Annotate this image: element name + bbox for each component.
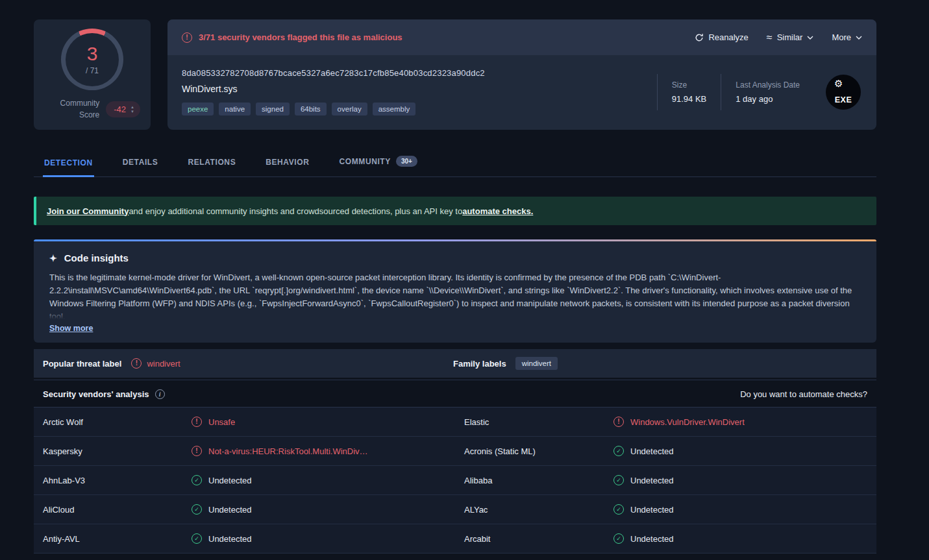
file-identity: 8da085332782708d8767bcace5327a6ec7283c17… bbox=[182, 68, 657, 116]
more-button[interactable]: More bbox=[832, 32, 862, 42]
status-icon bbox=[613, 417, 624, 427]
malicious-alert-banner: 3/71 security vendors flagged this file … bbox=[167, 19, 876, 55]
file-hash[interactable]: 8da085332782708d8767bcace5327a6ec7283c17… bbox=[182, 68, 657, 78]
vendor-name-left: AhnLab-V3 bbox=[43, 476, 192, 485]
family-label-badge[interactable]: windivert bbox=[515, 357, 558, 370]
status-text: Undetected bbox=[208, 505, 252, 515]
status-right: Undetected bbox=[613, 475, 867, 485]
file-meta: Size 91.94 KB Last Analysis Date 1 day a… bbox=[657, 74, 861, 110]
automate-checks-link[interactable]: automate checks. bbox=[462, 206, 533, 216]
detection-count: 3 bbox=[87, 44, 98, 64]
community-count-badge: 30+ bbox=[396, 156, 417, 167]
page-content: 3 / 71 Community Score -42 bbox=[34, 0, 876, 554]
size-label: Size bbox=[672, 80, 707, 90]
status-right: Windows.VulnDriver.WinDivert bbox=[613, 417, 867, 427]
automate-checks-question-link[interactable]: Do you want to automate checks? bbox=[740, 389, 867, 399]
size-value: 91.94 KB bbox=[672, 94, 707, 104]
last-analysis-label: Last Analysis Date bbox=[736, 80, 800, 90]
reanalyze-button[interactable]: Reanalyze bbox=[695, 32, 748, 42]
alert-message: 3/71 security vendors flagged this file … bbox=[182, 32, 403, 43]
status-text: Undetected bbox=[208, 534, 252, 544]
filetype-exe-icon: EXE bbox=[826, 75, 861, 110]
similar-icon bbox=[767, 32, 773, 43]
file-tag[interactable]: native bbox=[219, 103, 251, 116]
threat-label-value[interactable]: windivert bbox=[131, 358, 180, 369]
warning-icon bbox=[182, 32, 192, 43]
vendor-name-right: Alibaba bbox=[464, 476, 613, 485]
community-score-value: -42 bbox=[114, 104, 126, 114]
join-community-banner: Join our Community and enjoy additional … bbox=[34, 197, 876, 225]
community-score-row: Community Score -42 bbox=[44, 98, 140, 121]
divider bbox=[34, 380, 876, 380]
alert-text: 3/71 security vendors flagged this file … bbox=[199, 32, 403, 42]
status-left: Unsafe bbox=[192, 417, 464, 427]
chevron-down-icon bbox=[856, 36, 862, 40]
sparkle-icon bbox=[49, 253, 57, 263]
community-score-stepper[interactable] bbox=[130, 105, 134, 114]
vendor-name-left: Kaspersky bbox=[43, 446, 192, 456]
tab-details[interactable]: DETAILS bbox=[121, 151, 160, 177]
stepper-down-icon[interactable] bbox=[130, 110, 134, 114]
status-right: Undetected bbox=[613, 446, 867, 456]
detection-total: / 71 bbox=[86, 66, 99, 75]
file-tag[interactable]: peexe bbox=[182, 103, 214, 116]
stepper-up-icon[interactable] bbox=[130, 105, 134, 109]
status-text: Undetected bbox=[208, 476, 252, 485]
status-icon bbox=[192, 504, 202, 515]
file-tag[interactable]: overlay bbox=[332, 103, 367, 116]
vendor-row: AhnLab-V3 Undetected Alibaba Undetected bbox=[34, 466, 876, 495]
status-icon bbox=[613, 475, 624, 485]
tab-behavior[interactable]: BEHAVIOR bbox=[264, 151, 310, 177]
status-text: Undetected bbox=[630, 446, 674, 456]
status-icon bbox=[613, 504, 624, 515]
code-insights-body: This is the legitimate kernel-mode drive… bbox=[49, 271, 861, 319]
status-text: Unsafe bbox=[208, 417, 235, 427]
analysis-section-header: Security vendors' analysis Do you want t… bbox=[34, 389, 876, 399]
vendor-table: Arctic Wolf Unsafe Elastic Windows.VulnD… bbox=[34, 407, 876, 554]
status-text: Undetected bbox=[630, 476, 674, 485]
file-tag[interactable]: 64bits bbox=[295, 103, 327, 116]
file-name: WinDivert.sys bbox=[182, 84, 657, 94]
community-score-badge[interactable]: -42 bbox=[106, 101, 140, 117]
banner-text: and enjoy additional community insights … bbox=[129, 206, 462, 216]
threat-label-bar: Popular threat label windivert Family la… bbox=[34, 349, 876, 378]
status-text: Undetected bbox=[630, 505, 674, 515]
last-analysis-value: 1 day ago bbox=[736, 94, 800, 104]
vendor-row: Arctic Wolf Unsafe Elastic Windows.VulnD… bbox=[34, 408, 876, 437]
code-insights-header: Code insights bbox=[49, 252, 861, 263]
file-tags: peexenativesigned64bitsoverlayassembly bbox=[182, 103, 657, 116]
file-tag[interactable]: assembly bbox=[373, 103, 416, 116]
similar-button[interactable]: Similar bbox=[767, 32, 814, 43]
code-insights-title: Code insights bbox=[64, 252, 129, 263]
chevron-down-icon bbox=[807, 36, 813, 40]
detection-score-inner: 3 / 71 bbox=[66, 33, 119, 86]
last-analysis: Last Analysis Date 1 day ago bbox=[721, 74, 814, 110]
file-header-card: 3/71 security vendors flagged this file … bbox=[167, 19, 876, 130]
tab-community[interactable]: COMMUNITY 30+ bbox=[338, 149, 418, 177]
community-score-label: Community Score bbox=[60, 98, 100, 121]
detection-score-card: 3 / 71 Community Score -42 bbox=[34, 19, 151, 130]
tab-detection[interactable]: DETECTION bbox=[43, 152, 94, 177]
file-summary-section: 3 / 71 Community Score -42 bbox=[34, 19, 876, 130]
file-size: Size 91.94 KB bbox=[657, 74, 721, 110]
tab-relations[interactable]: RELATIONS bbox=[186, 151, 237, 177]
gear-icon bbox=[834, 79, 843, 88]
file-tag[interactable]: signed bbox=[256, 103, 290, 116]
analysis-title: Security vendors' analysis bbox=[43, 389, 165, 399]
status-text: Not-a-virus:HEUR:RiskTool.Multi.WinDiv… bbox=[208, 446, 368, 456]
status-left: Undetected bbox=[192, 504, 464, 515]
vendor-name-left: AliCloud bbox=[43, 505, 192, 515]
show-more-link[interactable]: Show more bbox=[49, 324, 93, 333]
vendor-name-right: Arcabit bbox=[464, 534, 613, 544]
vendor-name-right: Acronis (Static ML) bbox=[464, 446, 613, 456]
file-details: 8da085332782708d8767bcace5327a6ec7283c17… bbox=[167, 55, 876, 130]
info-icon[interactable] bbox=[155, 389, 165, 399]
vendor-row: Kaspersky Not-a-virus:HEUR:RiskTool.Mult… bbox=[34, 437, 876, 466]
status-left: Not-a-virus:HEUR:RiskTool.Multi.WinDiv… bbox=[192, 446, 464, 456]
vendor-name-left: Antiy-AVL bbox=[43, 534, 192, 544]
reanalyze-icon bbox=[695, 33, 704, 42]
join-community-link[interactable]: Join our Community bbox=[47, 206, 129, 216]
status-icon bbox=[192, 475, 202, 485]
vendor-row: Antiy-AVL Undetected Arcabit Undetected bbox=[34, 524, 876, 554]
status-icon bbox=[613, 533, 624, 544]
